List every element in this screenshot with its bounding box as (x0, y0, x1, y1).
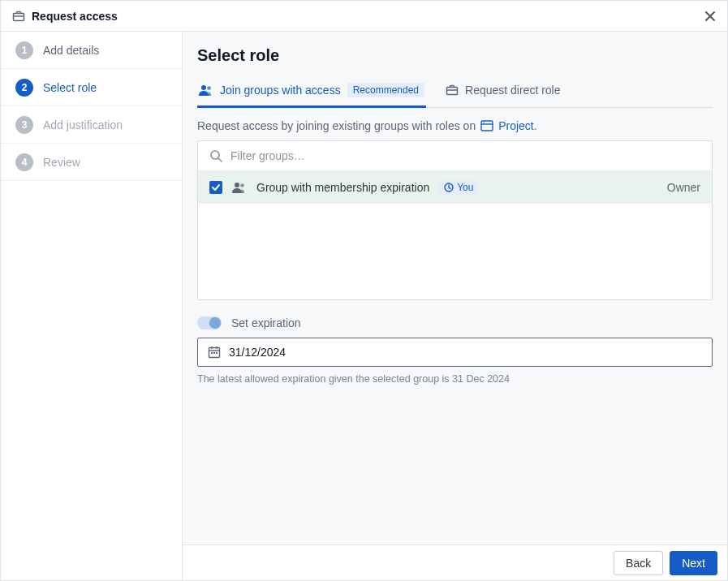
svg-rect-0 (14, 13, 24, 20)
svg-point-3 (207, 86, 211, 90)
svg-line-10 (218, 158, 222, 161)
tab-label: Join groups with access (220, 84, 341, 97)
svg-point-2 (201, 85, 206, 90)
dialog-footer: Back Next (183, 544, 727, 580)
description-suffix: . (534, 119, 537, 132)
clock-icon (444, 183, 454, 192)
step-label: Select role (43, 81, 97, 94)
set-expiration-label: Set expiration (231, 316, 301, 329)
page-title: Select role (197, 46, 713, 65)
calendar-icon (208, 346, 221, 359)
svg-point-11 (235, 183, 239, 187)
briefcase-icon (446, 84, 459, 97)
step-number: 2 (15, 79, 33, 97)
search-icon (209, 149, 222, 162)
project-link[interactable]: Project (498, 119, 534, 132)
svg-rect-4 (447, 88, 458, 95)
dialog-header: Request access (1, 1, 727, 32)
groups-panel: Group with membership expiration You Own… (197, 140, 713, 300)
role-tabs: Join groups with access Recommended Requ… (197, 76, 713, 108)
svg-rect-20 (216, 352, 218, 354)
project-icon (480, 120, 493, 131)
tab-label: Request direct role (465, 84, 561, 97)
expiration-date-field[interactable] (197, 338, 713, 367)
group-checkbox[interactable] (209, 181, 222, 194)
dialog-title: Request access (32, 10, 118, 23)
step-label: Add details (43, 44, 99, 57)
groups-list: Group with membership expiration You Own… (198, 171, 712, 299)
svg-rect-19 (213, 352, 215, 354)
svg-rect-18 (211, 352, 213, 354)
step-add-justification[interactable]: 3 Add justification (1, 106, 182, 144)
people-icon (199, 84, 213, 96)
svg-point-8 (483, 122, 484, 123)
filter-input[interactable] (230, 149, 700, 162)
tab-request-direct-role[interactable]: Request direct role (444, 76, 562, 108)
tab-join-groups[interactable]: Join groups with access Recommended (197, 76, 426, 108)
expiration-date-input[interactable] (229, 346, 702, 359)
svg-point-12 (240, 183, 244, 187)
step-number: 1 (15, 41, 33, 59)
recommended-badge: Recommended (347, 83, 424, 97)
expiration-hint: The latest allowed expiration given the … (197, 373, 713, 385)
step-number: 4 (15, 153, 33, 171)
description-text: Request access by joining existing group… (197, 119, 476, 132)
back-button[interactable]: Back (614, 551, 663, 575)
wizard-sidebar: 1 Add details 2 Select role 3 Add justif… (1, 32, 183, 580)
briefcase-icon (12, 10, 25, 23)
set-expiration-toggle[interactable] (197, 316, 222, 329)
step-number: 3 (15, 116, 33, 134)
svg-rect-6 (481, 121, 493, 131)
group-role: Owner (667, 181, 700, 194)
group-row[interactable]: Group with membership expiration You Own… (198, 171, 712, 204)
close-icon[interactable] (704, 11, 716, 22)
you-badge: You (439, 180, 478, 195)
group-name: Group with membership expiration (256, 181, 429, 194)
step-select-role[interactable]: 2 Select role (1, 69, 182, 106)
step-review[interactable]: 4 Review (1, 144, 182, 181)
next-button[interactable]: Next (670, 551, 717, 575)
step-label: Review (43, 156, 80, 169)
step-add-details[interactable]: 1 Add details (1, 32, 182, 69)
filter-groups-field[interactable] (198, 141, 712, 171)
tab-description: Request access by joining existing group… (197, 119, 713, 132)
you-badge-label: You (457, 182, 473, 193)
group-icon (232, 182, 247, 193)
step-label: Add justification (43, 118, 123, 131)
